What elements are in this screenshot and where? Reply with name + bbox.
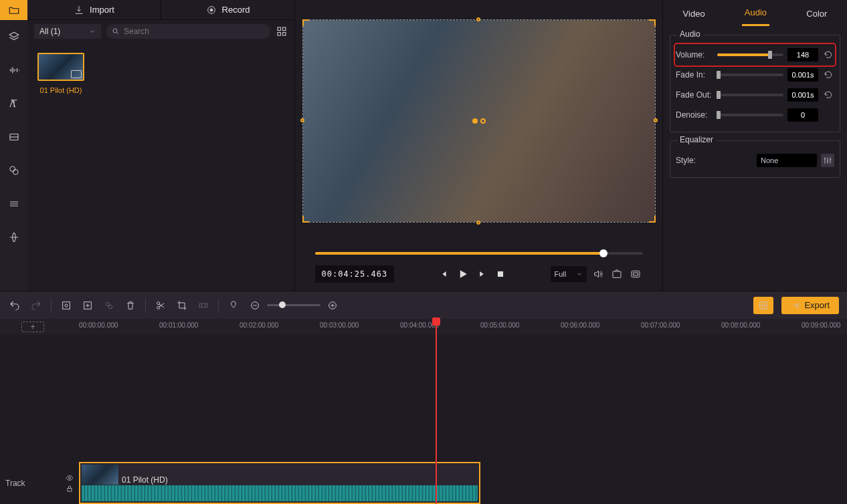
tool-link[interactable] [102, 299, 116, 312]
svg-point-15 [65, 304, 68, 307]
reset-icon [824, 50, 833, 59]
crop-button[interactable] [175, 299, 189, 312]
ruler-tick: 00:00:00.000 [79, 322, 118, 329]
denoise-slider[interactable] [717, 114, 783, 116]
marker-button[interactable] [227, 299, 240, 312]
undo-button[interactable] [8, 299, 21, 312]
sidebar-item-transitions[interactable] [0, 187, 27, 221]
media-thumb[interactable]: 01 Pilot (HD) [37, 53, 84, 94]
preview-frame[interactable] [303, 20, 655, 222]
timeline-ruler[interactable]: + 00:00:00.00000:01:00.00000:02:00.00000… [0, 319, 847, 335]
cut-button[interactable] [154, 299, 167, 312]
snapshot-icon [611, 269, 622, 279]
zoom-knob[interactable] [279, 301, 286, 308]
stop-button[interactable] [493, 267, 508, 281]
crop-handle-br[interactable] [649, 216, 656, 223]
ruler-tick: 00:01:00.000 [159, 322, 198, 329]
transition-icon [8, 198, 20, 210]
sidebar-item-layers[interactable] [0, 20, 27, 53]
eq-style-select[interactable]: None [757, 154, 817, 167]
import-button[interactable]: Import [27, 0, 161, 19]
sidebar-item-text[interactable] [0, 87, 27, 120]
svg-point-1 [10, 166, 15, 172]
speed-button[interactable] [197, 299, 210, 312]
fadein-slider[interactable] [717, 74, 783, 76]
eq-style-label: Style: [676, 156, 713, 165]
volume-slider[interactable] [717, 53, 783, 56]
sidebar-item-media[interactable] [0, 0, 27, 20]
track-head: Track [0, 462, 79, 504]
timeline-clip[interactable]: 01 Pilot (HD) [79, 462, 480, 504]
fadeout-slider[interactable] [717, 94, 783, 96]
snapshot-button[interactable] [609, 267, 624, 281]
delete-button[interactable] [124, 299, 137, 312]
fullscreen-button[interactable] [628, 267, 643, 281]
search-input[interactable] [124, 27, 265, 36]
next-frame-button[interactable] [474, 267, 489, 281]
reset-icon [824, 90, 833, 100]
record-icon [206, 5, 217, 15]
svg-rect-6 [278, 27, 281, 31]
render-button[interactable] [753, 297, 773, 314]
crop-handle-bottom[interactable] [476, 221, 480, 225]
tab-video[interactable]: Video [680, 2, 708, 25]
zoom-in-button[interactable] [326, 299, 339, 312]
ruler-tick: 00:07:00.000 [641, 322, 680, 329]
record-button[interactable]: Record [161, 0, 294, 19]
sidebar-item-audio[interactable] [0, 53, 27, 87]
redo-icon [30, 299, 42, 311]
fadein-reset[interactable] [822, 69, 834, 81]
playhead[interactable] [436, 319, 437, 504]
media-body: 01 Pilot (HD) [27, 43, 294, 104]
anchor-point[interactable] [472, 118, 486, 124]
preview-controls: 00:04:25.463 Full [315, 264, 643, 284]
crop-handle-left[interactable] [300, 118, 304, 122]
export-button[interactable]: Export [781, 297, 839, 314]
shapes-icon [8, 164, 20, 176]
crop-handle-top[interactable] [476, 17, 480, 21]
volume-label: Volume: [676, 50, 713, 59]
scrub-knob[interactable] [599, 249, 607, 257]
preview-scrubber[interactable] [315, 252, 643, 255]
clip-waveform [82, 485, 478, 501]
zoom-out-button[interactable] [248, 299, 262, 312]
volume-row: Volume: 148 [676, 45, 834, 65]
zoom-slider[interactable] [267, 304, 320, 306]
volume-reset[interactable] [822, 49, 834, 61]
sidebar-item-overlays[interactable] [0, 120, 27, 154]
tool-1[interactable] [60, 299, 73, 312]
play-button[interactable] [456, 267, 470, 281]
tab-audio[interactable]: Audio [742, 1, 769, 26]
denoise-value[interactable]: 0 [787, 108, 818, 122]
crop-handle-tr[interactable] [649, 19, 656, 26]
play-icon [456, 267, 470, 281]
tool-add[interactable] [81, 299, 94, 312]
crop-icon [177, 300, 187, 311]
zoom-control [248, 299, 339, 312]
fadeout-value[interactable]: 0.001s [787, 88, 818, 102]
redo-button[interactable] [29, 299, 43, 312]
ruler-tick: 00:08:00.000 [721, 322, 760, 329]
crop-handle-right[interactable] [654, 118, 658, 122]
sidebar-item-effects[interactable] [0, 221, 27, 254]
preview-size-select[interactable]: Full [551, 266, 587, 282]
fullscreen-icon [630, 269, 641, 279]
mute-button[interactable] [591, 267, 605, 281]
eye-icon[interactable] [66, 474, 74, 482]
fadeout-reset[interactable] [822, 89, 834, 101]
eq-settings-button[interactable] [821, 154, 834, 167]
export-label: Export [804, 300, 830, 310]
scissors-icon [155, 300, 166, 311]
sidebar-item-elements[interactable] [0, 154, 27, 187]
add-track-button[interactable]: + [21, 322, 44, 332]
crop-handle-bl[interactable] [302, 216, 309, 223]
crop-handle-tl[interactable] [302, 19, 309, 26]
tab-color[interactable]: Color [804, 2, 830, 25]
view-grid-button[interactable] [276, 25, 288, 37]
fadein-value[interactable]: 0.001s [787, 68, 818, 82]
volume-value[interactable]: 148 [787, 48, 818, 61]
prev-frame-button[interactable] [437, 267, 452, 281]
media-filter-select[interactable]: All (1) [34, 24, 101, 39]
lock-icon[interactable] [66, 485, 74, 493]
property-tabs: Video Audio Color [663, 0, 847, 27]
